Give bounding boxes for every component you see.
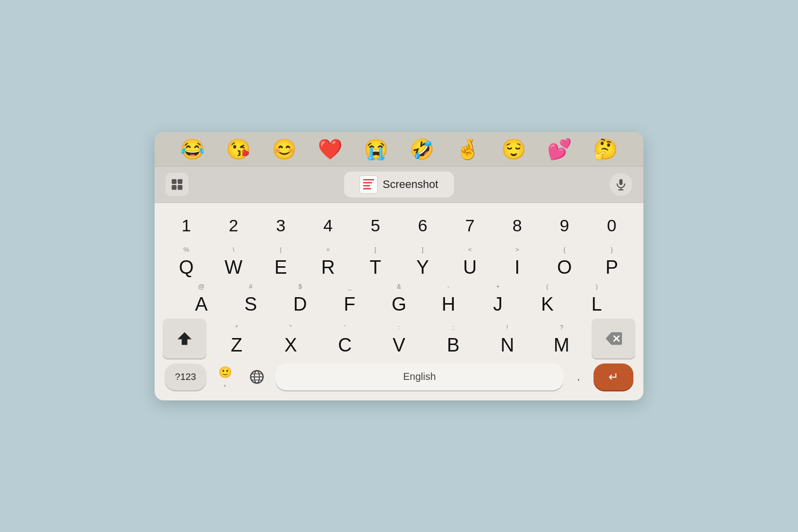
key-o[interactable]: {O [541,245,588,281]
grid-icon [171,178,184,191]
spacebar[interactable]: English [275,363,564,390]
period-key[interactable]: . [569,363,589,390]
row-asdf: @A #S $D _F &G -H +J (K )L [163,282,635,318]
key-e[interactable]: |E [257,245,305,281]
mic-icon [614,178,627,191]
key-5[interactable]: 5 [352,208,399,244]
emoji-face-icon: 🙂 [218,366,232,379]
key-f[interactable]: _F [325,282,374,318]
globe-key[interactable] [243,363,270,390]
period-label: . [577,370,580,383]
key-8[interactable]: 8 [494,208,541,244]
svg-rect-1 [178,179,183,184]
key-g[interactable]: &G [374,282,423,318]
sym-label: ?123 [175,371,196,382]
key-l[interactable]: )L [572,282,621,318]
key-a[interactable]: @A [177,282,226,318]
key-x[interactable]: "X [264,323,318,358]
key-9[interactable]: 9 [541,208,588,244]
spacebar-row: ?123 🙂 , English . [163,359,635,397]
emoji-heart[interactable]: ❤️ [318,139,343,159]
emoji-fingers-crossed[interactable]: 🤞 [455,139,480,159]
key-6[interactable]: 6 [399,208,446,244]
emoji-key[interactable]: 🙂 , [211,363,238,390]
emoji-relieved[interactable]: 😌 [501,139,526,159]
key-3[interactable]: 3 [257,208,305,244]
enter-key[interactable]: ↵ [594,363,633,390]
emoji-laugh[interactable]: 😂 [180,139,205,159]
svg-rect-0 [172,179,177,184]
keys-area: 1 2 3 4 5 6 7 8 9 0 %Q \W |E =R [T ]Y <U… [155,203,643,400]
toolbar-title: Screenshot [383,178,438,191]
key-z[interactable]: *Z [209,323,264,358]
mic-button[interactable] [609,173,632,196]
screenshot-thumbnail [360,176,378,193]
key-b[interactable]: ;B [426,323,480,358]
key-r[interactable]: =R [304,245,352,281]
key-0[interactable]: 0 [588,208,635,244]
key-h[interactable]: -H [424,282,473,318]
shift-icon [176,330,193,347]
key-k[interactable]: (K [523,282,572,318]
key-j[interactable]: +J [473,282,523,318]
number-row: 1 2 3 4 5 6 7 8 9 0 [163,208,635,244]
shift-key[interactable] [163,319,206,358]
key-4[interactable]: 4 [304,208,352,244]
key-d[interactable]: $D [275,282,325,318]
backspace-icon [605,332,622,346]
key-p[interactable]: }P [588,245,635,281]
emoji-rofl[interactable]: 🤣 [409,139,434,159]
enter-icon: ↵ [608,370,618,384]
key-2[interactable]: 2 [210,208,257,244]
emoji-smile[interactable]: 😊 [272,139,297,159]
globe-icon [249,369,264,384]
key-w[interactable]: \W [210,245,257,281]
svg-rect-3 [178,185,183,190]
key-m[interactable]: ?M [534,323,589,358]
sym-key[interactable]: ?123 [165,363,206,390]
row-qwerty: %Q \W |E =R [T ]Y <U >I {O }P [163,245,635,281]
toolbar-center[interactable]: Screenshot [344,172,454,197]
svg-rect-4 [619,179,623,185]
emoji-bar: 😂 😘 😊 ❤️ 😭 🤣 🤞 😌 💕 🤔 [155,132,643,167]
comma-key: , [224,379,226,388]
key-y[interactable]: ]Y [399,245,446,281]
emoji-thinking[interactable]: 🤔 [593,139,618,159]
key-1[interactable]: 1 [163,208,210,244]
key-u[interactable]: <U [446,245,494,281]
svg-rect-2 [172,185,177,190]
key-q[interactable]: %Q [163,245,210,281]
backspace-key[interactable] [592,319,635,358]
key-7[interactable]: 7 [446,208,494,244]
emoji-two-hearts[interactable]: 💕 [547,139,572,159]
key-s[interactable]: #S [226,282,275,318]
row-zxcvbnm: *Z "X 'C :V ;B !N ?M [163,319,635,358]
keyboard-container: 😂 😘 😊 ❤️ 😭 🤣 🤞 😌 💕 🤔 [155,132,643,400]
key-n[interactable]: !N [480,323,535,358]
grid-button[interactable] [166,173,189,196]
emoji-cry[interactable]: 😭 [364,139,389,159]
key-c[interactable]: 'C [318,323,372,358]
key-i[interactable]: >I [494,245,541,281]
bottom-letters: *Z "X 'C :V ;B !N ?M [209,323,589,358]
toolbar: Screenshot [155,167,643,203]
key-v[interactable]: :V [372,323,426,358]
space-label: English [403,371,436,382]
emoji-kiss[interactable]: 😘 [226,139,251,159]
key-t[interactable]: [T [352,245,399,281]
